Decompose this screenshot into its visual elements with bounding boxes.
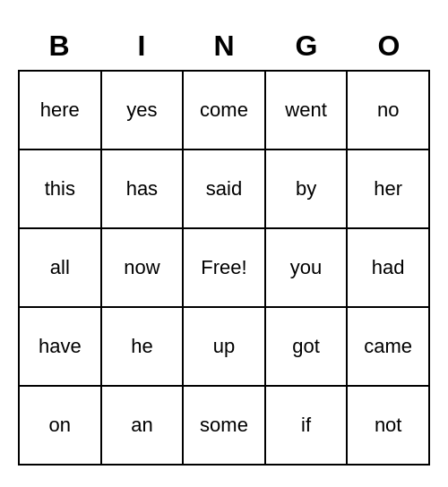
bingo-cell: Free! (184, 229, 266, 308)
bingo-cell: if (266, 387, 349, 466)
bingo-grid: hereyescomewentnothishassaidbyherallnowF… (18, 70, 430, 466)
bingo-cell: not (348, 387, 430, 466)
bingo-cell: he (102, 308, 185, 387)
bingo-card: BINGO hereyescomewentnothishassaidbyhera… (18, 22, 430, 466)
bingo-cell: came (348, 308, 430, 387)
bingo-header: BINGO (18, 22, 430, 70)
bingo-cell: up (184, 308, 266, 387)
bingo-row: haveheupgotcame (20, 308, 430, 387)
header-letter: N (183, 22, 265, 70)
bingo-cell: no (348, 72, 430, 150)
bingo-cell: all (20, 229, 102, 308)
bingo-cell: had (348, 229, 430, 308)
bingo-row: hereyescomewentno (20, 72, 430, 150)
header-letter: O (348, 22, 430, 70)
bingo-cell: said (184, 150, 266, 229)
header-letter: G (265, 22, 348, 70)
bingo-cell: you (266, 229, 349, 308)
bingo-cell: now (102, 229, 185, 308)
bingo-cell: yes (102, 72, 185, 150)
bingo-cell: some (184, 387, 266, 466)
bingo-cell: by (266, 150, 349, 229)
bingo-cell: on (20, 387, 102, 466)
bingo-cell: here (20, 72, 102, 150)
bingo-cell: went (266, 72, 349, 150)
bingo-cell: got (266, 308, 349, 387)
bingo-cell: this (20, 150, 102, 229)
bingo-cell: come (184, 72, 266, 150)
header-letter: I (100, 22, 183, 70)
bingo-cell: has (102, 150, 185, 229)
bingo-cell: her (348, 150, 430, 229)
bingo-row: thishassaidbyher (20, 150, 430, 229)
header-letter: B (18, 22, 100, 70)
bingo-cell: have (20, 308, 102, 387)
bingo-row: onansomeifnot (20, 387, 430, 466)
bingo-row: allnowFree!youhad (20, 229, 430, 308)
bingo-cell: an (102, 387, 185, 466)
